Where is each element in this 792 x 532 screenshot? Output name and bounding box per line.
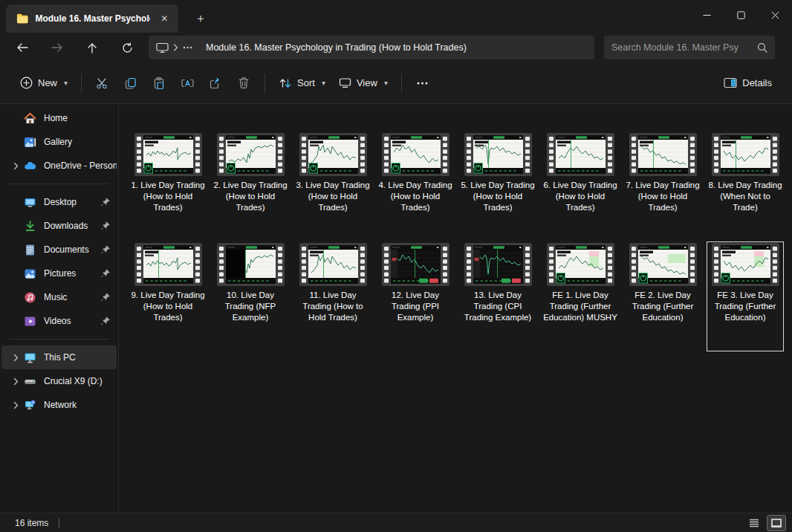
sidebar-item-videos[interactable]: Videos	[1, 309, 117, 333]
file-explorer-window: Module 16. Master Psychology in Trading …	[0, 0, 792, 532]
file-item[interactable]: 12. Live Day Trading (PPI Example)	[377, 241, 454, 351]
pin-icon	[100, 316, 111, 326]
file-name: 3. Live Day Trading (How to Hold Trades)	[295, 180, 371, 213]
file-item[interactable]: 2. Live Day Trading (How to Hold Trades)	[212, 132, 289, 241]
maximize-button[interactable]	[724, 0, 758, 30]
network-icon	[24, 399, 36, 412]
up-button[interactable]	[79, 36, 105, 59]
ellipsis-icon	[417, 82, 428, 85]
trash-icon	[238, 77, 250, 89]
view-icon	[339, 77, 351, 88]
toolbar-separator	[81, 74, 82, 93]
view-button[interactable]: View ▾	[332, 72, 395, 94]
documents-icon	[24, 244, 36, 256]
file-item[interactable]: 13. Live Day Trading (CPI Trading Exampl…	[459, 241, 536, 351]
details-view-button[interactable]	[744, 515, 764, 531]
file-item[interactable]: 10. Live Day Trading (NFP Example)	[212, 241, 289, 351]
rename-button[interactable]	[173, 71, 201, 96]
forward-button[interactable]	[45, 36, 70, 59]
sidebar-item-crucial-x9[interactable]: Crucial X9 (D:)	[1, 369, 117, 393]
pin-icon	[100, 197, 111, 207]
copy-button[interactable]	[117, 71, 145, 96]
music-icon	[24, 291, 36, 304]
sort-label: Sort	[297, 77, 315, 88]
expand-chevron-icon[interactable]	[7, 401, 24, 409]
search-icon[interactable]	[757, 42, 767, 53]
file-item[interactable]: 11. Live Day Trading (How to Hold Trades…	[294, 241, 371, 351]
file-item[interactable]: 9. Live Day Trading (How to Hold Trades)	[129, 241, 207, 351]
explorer-tab[interactable]: Module 16. Master Psychology in Trading …	[6, 4, 178, 33]
file-item[interactable]: 6. Live Day Trading (How to Hold Trades)	[542, 132, 619, 241]
file-item[interactable]: 5. Live Day Trading (How to Hold Trades)	[459, 132, 536, 241]
video-thumbnail	[134, 243, 202, 286]
navigation-sidebar: Home Gallery OneDrive - Persona Desktop	[0, 104, 119, 513]
video-thumbnail	[629, 133, 697, 176]
sort-icon	[279, 77, 292, 89]
plus-circle-icon	[20, 77, 33, 89]
sidebar-item-downloads[interactable]: Downloads	[1, 214, 117, 238]
sidebar-item-gallery[interactable]: Gallery	[1, 130, 117, 154]
videos-icon	[24, 315, 36, 328]
pin-icon	[100, 292, 111, 302]
search-box[interactable]	[604, 36, 775, 59]
file-item[interactable]: 1. Live Day Trading (How to Hold Trades)	[129, 132, 207, 241]
file-item-selected[interactable]: FE 3. Live Day Trading (Further Educatio…	[707, 241, 784, 351]
details-label: Details	[742, 77, 772, 88]
sidebar-item-onedrive[interactable]: OneDrive - Persona	[1, 154, 117, 178]
copy-icon	[124, 77, 137, 90]
paste-button[interactable]	[145, 71, 173, 96]
expand-chevron-icon[interactable]	[7, 162, 24, 170]
new-button[interactable]: New ▾	[13, 71, 74, 94]
sidebar-item-home[interactable]: Home	[1, 106, 117, 130]
this-pc-breadcrumb-icon[interactable]	[156, 42, 169, 53]
file-name: FE 1. Live Day Trading (Further Educatio…	[542, 290, 618, 323]
item-count: 16 items	[15, 518, 48, 528]
details-button[interactable]: Details	[717, 72, 779, 94]
close-button[interactable]	[758, 0, 792, 30]
thumbnail-view-button[interactable]	[767, 515, 786, 531]
sidebar-item-pictures[interactable]: Pictures	[1, 262, 117, 285]
file-name: 7. Live Day Trading (How to Hold Trades)	[625, 180, 701, 213]
file-item[interactable]: 7. Live Day Trading (How to Hold Trades)	[624, 132, 701, 241]
toolbar-separator	[401, 74, 402, 93]
expand-chevron-icon[interactable]	[7, 354, 24, 362]
chevron-down-icon: ▾	[64, 79, 68, 87]
breadcrumb-ellipsis[interactable]	[183, 46, 192, 49]
file-name: 1. Live Day Trading (How to Hold Trades)	[130, 180, 206, 213]
status-bar: 16 items	[0, 513, 792, 532]
back-button[interactable]	[10, 36, 35, 59]
sort-button[interactable]: Sort ▾	[272, 72, 332, 94]
share-button[interactable]	[201, 71, 230, 96]
file-name: 6. Live Day Trading (How to Hold Trades)	[542, 180, 618, 213]
tab-close-icon[interactable]: ✕	[157, 10, 172, 27]
cut-button[interactable]	[88, 71, 117, 96]
sidebar-item-desktop[interactable]: Desktop	[1, 190, 117, 214]
sidebar-item-this-pc[interactable]: This PC	[1, 346, 117, 369]
command-toolbar: New ▾ Sort ▾ View ▾	[0, 62, 792, 104]
sidebar-item-documents[interactable]: Documents	[1, 238, 117, 262]
downloads-icon	[24, 220, 36, 233]
titlebar: Module 16. Master Psychology in Trading …	[0, 0, 792, 33]
desktop-icon	[24, 196, 36, 209]
expand-chevron-icon[interactable]	[7, 377, 24, 386]
sidebar-item-network[interactable]: Network	[1, 393, 117, 417]
refresh-button[interactable]	[114, 36, 140, 59]
file-item[interactable]: FE 1. Live Day Trading (Further Educatio…	[542, 241, 619, 351]
file-item[interactable]: 4. Live Day Trading (How to Hold Trades)	[377, 132, 454, 241]
file-list-area[interactable]: 1. Live Day Trading (How to Hold Trades)…	[119, 104, 792, 513]
onedrive-icon	[24, 160, 36, 172]
file-item[interactable]: 3. Live Day Trading (How to Hold Trades)	[294, 132, 371, 241]
delete-button[interactable]	[230, 71, 258, 96]
view-label: View	[357, 77, 377, 88]
file-item[interactable]: 8. Live Day Trading (When Not to Trade)	[707, 132, 784, 241]
file-item[interactable]: FE 2. Live Day Trading (Further Educatio…	[624, 241, 701, 351]
rename-icon	[181, 77, 195, 90]
sidebar-item-music[interactable]: Music	[1, 285, 117, 309]
more-options-button[interactable]	[409, 71, 437, 96]
minimize-button[interactable]	[689, 0, 724, 30]
tab-title: Module 16. Master Psychology in Trading …	[35, 13, 149, 24]
address-bar[interactable]: Module 16. Master Psychology in Trading …	[149, 36, 594, 59]
search-input[interactable]	[611, 42, 757, 53]
home-icon	[24, 112, 36, 125]
new-tab-button[interactable]: ＋	[190, 9, 211, 28]
